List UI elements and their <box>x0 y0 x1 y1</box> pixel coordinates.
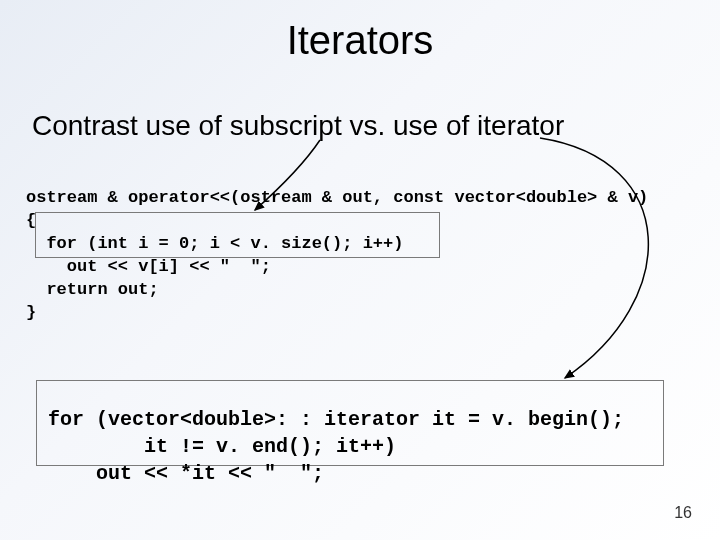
slide-subtitle: Contrast use of subscript vs. use of ite… <box>32 110 564 142</box>
page-number: 16 <box>674 504 692 522</box>
slide-title: Iterators <box>0 18 720 63</box>
slide: Iterators Contrast use of subscript vs. … <box>0 0 720 540</box>
code-block-subscript: ostream & operator<<(ostream & out, cons… <box>26 187 648 325</box>
code-block-iterator: for (vector<double>: : iterator it = v. … <box>48 406 624 487</box>
